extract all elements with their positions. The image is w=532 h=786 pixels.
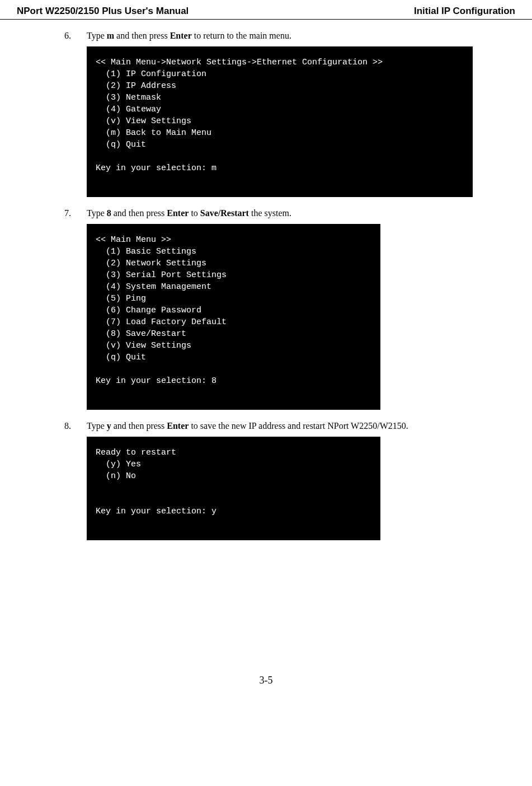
- text-prefix: Type: [87, 31, 107, 40]
- text-prefix: Type: [87, 208, 107, 218]
- step-text: Type m and then press Enter to return to…: [87, 31, 498, 41]
- text-suffix: to save the new IP address and restart N…: [189, 421, 408, 431]
- key-m: m: [107, 31, 114, 40]
- text-mid: and then press: [111, 421, 167, 431]
- text-mid2: to: [189, 208, 200, 218]
- step-7: 7. Type 8 and then press Enter to Save/R…: [64, 208, 498, 410]
- step-text: Type y and then press Enter to save the …: [87, 421, 498, 431]
- step-6: 6. Type m and then press Enter to return…: [64, 31, 498, 197]
- step-8: 8. Type y and then press Enter to save t…: [64, 421, 498, 540]
- key-y: y: [107, 421, 111, 431]
- step-number: 7.: [64, 208, 87, 218]
- text-prefix: Type: [87, 421, 107, 431]
- key-enter: Enter: [167, 421, 189, 431]
- step-6-instruction: 6. Type m and then press Enter to return…: [64, 31, 498, 41]
- key-8: 8: [107, 208, 111, 218]
- text-mid: and then press: [111, 208, 167, 218]
- section-title: Initial IP Configuration: [414, 6, 515, 17]
- save-restart: Save/Restart: [200, 208, 249, 218]
- key-enter: Enter: [167, 208, 189, 218]
- step-number: 8.: [64, 421, 87, 431]
- terminal-output-2: << Main Menu >> (1) Basic Settings (2) N…: [87, 224, 380, 410]
- text-mid: and then press: [114, 31, 170, 40]
- terminal-output-1: << Main Menu->Network Settings->Ethernet…: [87, 46, 473, 197]
- step-7-instruction: 7. Type 8 and then press Enter to Save/R…: [64, 208, 498, 218]
- step-text: Type 8 and then press Enter to Save/Rest…: [87, 208, 498, 218]
- manual-title: NPort W2250/2150 Plus User's Manual: [17, 6, 189, 17]
- page-number: 3-5: [0, 663, 532, 698]
- step-number: 6.: [64, 31, 87, 41]
- text-suffix: to return to the main menu.: [192, 31, 291, 40]
- page-content: 6. Type m and then press Enter to return…: [0, 20, 532, 563]
- key-enter: Enter: [170, 31, 192, 40]
- page-header: NPort W2250/2150 Plus User's Manual Init…: [0, 0, 532, 20]
- text-suffix: the system.: [249, 208, 291, 218]
- step-8-instruction: 8. Type y and then press Enter to save t…: [64, 421, 498, 431]
- terminal-output-3: Ready to restart (y) Yes (n) No Key in y…: [87, 437, 380, 540]
